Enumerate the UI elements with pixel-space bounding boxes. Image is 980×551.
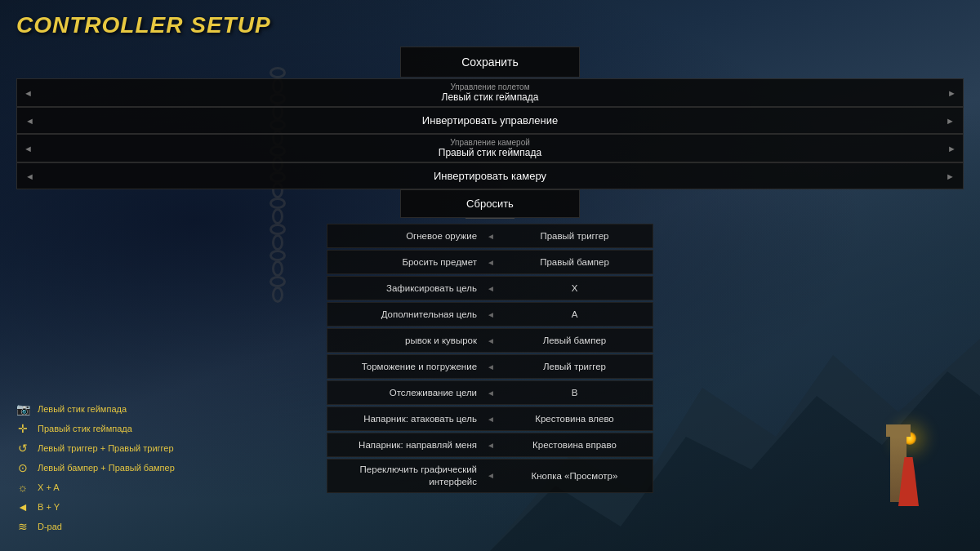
- top-controls: Сохранить ◄ Управление полетом Левый сти…: [16, 47, 964, 219]
- flight-control-value: Левый стик геймпада: [39, 91, 941, 103]
- legend-icon: ⊙: [15, 460, 31, 476]
- flight-control-left-arrow[interactable]: ◄: [17, 88, 39, 98]
- flight-control-option: ◄ Управление полетом Левый стик геймпада…: [16, 78, 964, 107]
- save-button[interactable]: Сохранить: [400, 47, 580, 78]
- binding-action: Зафиксировать цель: [327, 278, 485, 299]
- bindings-table: Огневое оружие◄Правый триггерБросить пре…: [327, 224, 653, 493]
- table-row[interactable]: Переключить графический интерфейс◄Кнопка…: [327, 459, 653, 493]
- legend-label: Правый стик геймпада: [38, 424, 132, 433]
- binding-action: Огневое оружие: [327, 226, 485, 247]
- binding-action: Дополнительная цель: [327, 304, 485, 325]
- binding-separator: ◄: [485, 362, 497, 371]
- legend: 📷Левый стик геймпада✛Правый стик геймпад…: [15, 401, 175, 535]
- list-item: ≋D-pad: [15, 518, 175, 535]
- legend-label: Левый стик геймпада: [38, 404, 127, 414]
- binding-action: рывок и кувырок: [327, 331, 485, 351]
- invert-control-label: Инвертировать управление: [422, 114, 558, 127]
- binding-action: Напарник: направляй меня: [327, 435, 485, 455]
- binding-key: B: [497, 384, 653, 402]
- table-row[interactable]: Дополнительная цель◄A: [327, 302, 653, 327]
- list-item: ↺Левый триггер + Правый триггер: [15, 440, 175, 456]
- legend-icon: ≋: [15, 518, 31, 535]
- legend-label: Левый бампер + Правый бампер: [38, 463, 175, 473]
- binding-separator: ◄: [485, 441, 497, 450]
- table-row[interactable]: Бросить предмет◄Правый бампер: [327, 250, 653, 274]
- camera-control-option: ◄ Управление камерой Правый стик геймпад…: [16, 134, 964, 162]
- table-row[interactable]: Зафиксировать цель◄X: [327, 276, 653, 300]
- invert-control-left-arrow[interactable]: ◄: [25, 116, 34, 126]
- table-row[interactable]: Огневое оружие◄Правый триггер: [327, 224, 653, 248]
- list-item: 📷Левый стик геймпада: [15, 401, 175, 417]
- legend-icon: 📷: [15, 401, 31, 417]
- binding-separator: ◄: [485, 310, 497, 319]
- reset-divider: [466, 218, 514, 219]
- reset-button[interactable]: Сбросить: [400, 189, 580, 218]
- binding-key: Левый триггер: [497, 358, 653, 375]
- table-row[interactable]: Напарник: атаковать цель◄Крестовина влев…: [327, 407, 653, 431]
- camera-control-label: Управление камерой: [39, 138, 941, 147]
- binding-action: Переключить графический интерфейс: [327, 460, 485, 492]
- legend-label: Левый триггер + Правый триггер: [38, 443, 174, 453]
- table-row[interactable]: рывок и кувырок◄Левый бампер: [327, 328, 653, 353]
- legend-icon: ☼: [15, 479, 31, 495]
- invert-control-row: ◄ Инвертировать управление ►: [16, 107, 964, 134]
- binding-key: Крестовина вправо: [497, 436, 653, 454]
- binding-key: X: [497, 279, 653, 297]
- invert-camera-right-arrow[interactable]: ►: [946, 171, 955, 181]
- binding-separator: ◄: [485, 258, 497, 267]
- invert-camera-label: Инвертировать камеру: [434, 170, 546, 182]
- list-item: ☼X + A: [15, 479, 175, 495]
- binding-key: A: [497, 305, 653, 323]
- table-row[interactable]: Напарник: направляй меня◄Крестовина впра…: [327, 433, 653, 457]
- binding-separator: ◄: [485, 415, 497, 424]
- legend-label: D-pad: [38, 522, 62, 531]
- binding-action: Бросить предмет: [327, 252, 485, 273]
- binding-separator: ◄: [485, 336, 497, 345]
- binding-key: Кнопка «Просмотр»: [497, 467, 653, 485]
- legend-icon: ↺: [15, 440, 31, 456]
- binding-separator: ◄: [485, 284, 497, 293]
- legend-label: X + A: [38, 482, 60, 492]
- flight-control-right-arrow[interactable]: ►: [941, 88, 963, 98]
- camera-control-inner: Управление камерой Правый стик геймпада: [39, 135, 941, 162]
- binding-key: Крестовина влево: [497, 410, 653, 428]
- invert-control-right-arrow[interactable]: ►: [946, 116, 955, 126]
- camera-control-left-arrow[interactable]: ◄: [17, 144, 39, 153]
- table-row[interactable]: Торможение и погружение◄Левый триггер: [327, 354, 653, 379]
- flight-control-inner: Управление полетом Левый стик геймпада: [39, 79, 941, 106]
- table-row[interactable]: Отслеживание цели◄B: [327, 380, 653, 405]
- legend-icon: ✛: [15, 420, 31, 437]
- invert-camera-left-arrow[interactable]: ◄: [25, 171, 34, 181]
- flight-control-label: Управление полетом: [39, 82, 941, 91]
- legend-icon: ◄: [15, 499, 31, 515]
- binding-key: Левый бампер: [497, 331, 653, 349]
- binding-key: Правый триггер: [497, 227, 653, 245]
- legend-label: B + Y: [38, 502, 60, 512]
- page-title: Controller Setup: [16, 12, 964, 38]
- list-item: ✛Правый стик геймпада: [15, 420, 175, 437]
- binding-separator: ◄: [485, 389, 497, 398]
- binding-action: Отслеживание цели: [327, 383, 485, 403]
- binding-action: Напарник: атаковать цель: [327, 409, 485, 429]
- camera-control-right-arrow[interactable]: ►: [941, 144, 963, 153]
- invert-camera-row: ◄ Инвертировать камеру ►: [16, 162, 964, 189]
- binding-separator: ◄: [485, 232, 497, 241]
- list-item: ⊙Левый бампер + Правый бампер: [15, 460, 175, 476]
- binding-separator: ◄: [485, 471, 497, 480]
- binding-action: Торможение и погружение: [327, 357, 485, 377]
- list-item: ◄B + Y: [15, 499, 175, 515]
- binding-key: Правый бампер: [497, 253, 653, 271]
- camera-control-value: Правый стик геймпада: [39, 147, 941, 158]
